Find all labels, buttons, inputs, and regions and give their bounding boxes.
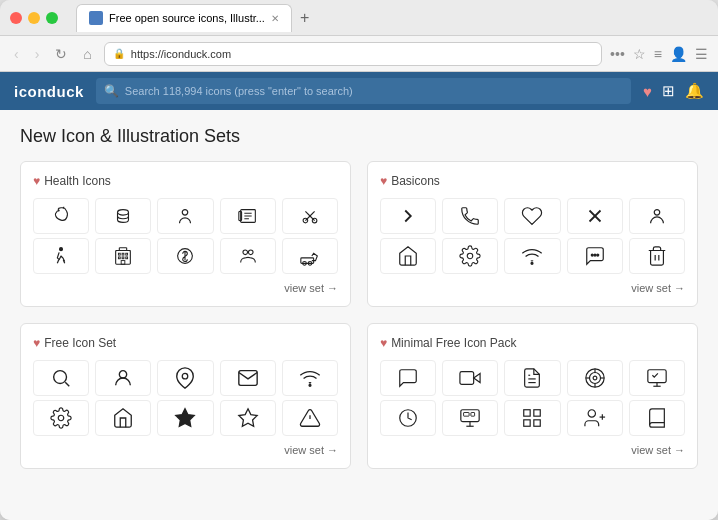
icon-excavator[interactable]	[282, 238, 338, 274]
minimal-icon-row2	[380, 400, 685, 436]
icon-x-close[interactable]	[567, 198, 623, 234]
svg-point-57	[589, 373, 600, 384]
svg-point-46	[309, 384, 311, 386]
svg-point-38	[594, 254, 596, 256]
address-bar[interactable]: 🔒 https://iconduck.com	[104, 42, 602, 66]
icon-money-bag[interactable]	[33, 198, 89, 234]
icon-wifi2[interactable]	[282, 360, 338, 396]
icon-trash[interactable]	[629, 238, 685, 274]
close-button[interactable]	[10, 12, 22, 24]
icon-chat[interactable]	[380, 360, 436, 396]
svg-rect-53	[460, 372, 474, 385]
svg-point-44	[120, 371, 127, 378]
icon-warning[interactable]	[282, 400, 338, 436]
icon-video[interactable]	[442, 360, 498, 396]
svg-point-28	[248, 250, 253, 255]
icon-wifi[interactable]	[504, 238, 560, 274]
back-button[interactable]: ‹	[10, 44, 23, 64]
active-tab[interactable]: Free open source icons, Illustr... ✕	[76, 4, 292, 32]
icon-home2[interactable]	[95, 400, 151, 436]
svg-line-11	[305, 211, 310, 216]
svg-line-43	[65, 382, 69, 386]
menu-button[interactable]: ☰	[695, 46, 708, 62]
reading-list-button[interactable]: ≡	[654, 46, 662, 62]
svg-rect-63	[648, 370, 666, 383]
icon-star-filled[interactable]	[157, 400, 213, 436]
icon-gear[interactable]	[33, 400, 89, 436]
favorites-icon[interactable]: ♥	[643, 83, 652, 100]
header-icons: ♥ ⊞ 🔔	[643, 82, 704, 100]
icon-heart[interactable]	[504, 198, 560, 234]
home-button[interactable]: ⌂	[79, 44, 95, 64]
free-icon-set-view-link[interactable]: view set →	[33, 444, 338, 456]
svg-marker-49	[239, 409, 257, 426]
icon-person[interactable]	[157, 198, 213, 234]
icon-clock[interactable]	[380, 400, 436, 436]
icon-desktop[interactable]	[442, 400, 498, 436]
svg-point-0	[118, 210, 129, 216]
icon-user-outline[interactable]	[95, 360, 151, 396]
title-bar: Free open source icons, Illustr... ✕ +	[0, 0, 718, 36]
new-tab-button[interactable]: +	[296, 9, 313, 27]
icon-building[interactable]	[95, 238, 151, 274]
svg-rect-16	[122, 253, 124, 255]
icon-coins[interactable]	[95, 198, 151, 234]
health-icons-view-link[interactable]: view set →	[33, 282, 338, 294]
svg-point-34	[654, 210, 660, 216]
svg-rect-20	[126, 257, 128, 259]
basicons-view-link[interactable]: view set →	[380, 282, 685, 294]
icon-grid[interactable]	[504, 400, 560, 436]
icon-comment-dots[interactable]	[567, 238, 623, 274]
notifications-icon[interactable]: 🔔	[685, 82, 704, 100]
icon-user-plus[interactable]	[567, 400, 623, 436]
svg-rect-75	[524, 420, 530, 426]
health-icons-row2	[33, 238, 338, 274]
icon-team[interactable]	[220, 238, 276, 274]
svg-rect-74	[534, 420, 540, 426]
icon-settings[interactable]	[442, 238, 498, 274]
icon-location-pin[interactable]	[157, 360, 213, 396]
nav-bar: ‹ › ↻ ⌂ 🔒 https://iconduck.com ••• ☆ ≡ 👤…	[0, 36, 718, 72]
main-content: New Icon & Illustration Sets ♥ Health Ic…	[0, 110, 718, 520]
icon-mail[interactable]	[220, 360, 276, 396]
icon-scissors[interactable]	[282, 198, 338, 234]
app-logo[interactable]: iconduck	[14, 83, 84, 100]
svg-rect-18	[119, 257, 121, 259]
nav-actions: ••• ☆ ≡ 👤 ☰	[610, 46, 708, 62]
icon-monitor[interactable]	[629, 360, 685, 396]
svg-point-27	[243, 250, 248, 255]
tab-close-button[interactable]: ✕	[271, 13, 279, 24]
icon-phone[interactable]	[442, 198, 498, 234]
minimize-button[interactable]	[28, 12, 40, 24]
icon-search[interactable]	[33, 360, 89, 396]
search-bar[interactable]: 🔍 Search 118,994 icons (press "enter" to…	[96, 78, 631, 104]
svg-point-37	[591, 254, 593, 256]
icon-book[interactable]	[629, 400, 685, 436]
icon-file-text[interactable]	[504, 360, 560, 396]
icon-star-outline[interactable]	[220, 400, 276, 436]
icon-newspaper[interactable]	[220, 198, 276, 234]
minimal-icon-pack-view-link[interactable]: view set →	[380, 444, 685, 456]
minimal-icon-row1	[380, 360, 685, 396]
reload-button[interactable]: ↻	[51, 44, 71, 64]
svg-rect-73	[534, 410, 540, 416]
bookmarks-button[interactable]: ☆	[633, 46, 646, 62]
icon-home[interactable]	[380, 238, 436, 274]
icon-currency[interactable]	[157, 238, 213, 274]
browser-window: Free open source icons, Illustr... ✕ + ‹…	[0, 0, 718, 520]
maximize-button[interactable]	[46, 12, 58, 24]
icon-chevron-right[interactable]	[380, 198, 436, 234]
svg-point-58	[593, 376, 597, 380]
free-icon-set-title: ♥ Free Icon Set	[33, 336, 338, 350]
basicons-card: ♥ Basicons	[367, 161, 698, 307]
svg-rect-17	[126, 253, 128, 255]
extensions-button[interactable]: •••	[610, 46, 625, 62]
health-icons-card: ♥ Health Icons	[20, 161, 351, 307]
icon-person-circle[interactable]	[629, 198, 685, 234]
icon-walking[interactable]	[33, 238, 89, 274]
collections-icon[interactable]: ⊞	[662, 82, 675, 100]
search-input: Search 118,994 icons (press "enter" to s…	[125, 85, 353, 97]
icon-target[interactable]	[567, 360, 623, 396]
profile-button[interactable]: 👤	[670, 46, 687, 62]
forward-button[interactable]: ›	[31, 44, 44, 64]
